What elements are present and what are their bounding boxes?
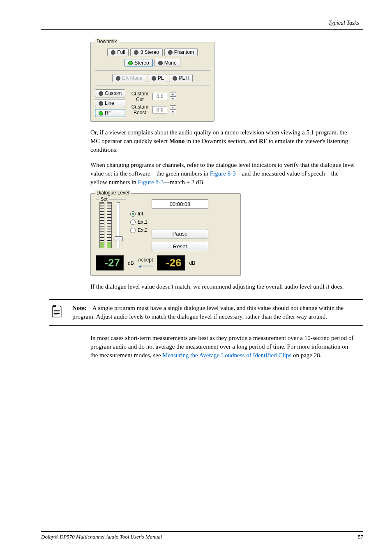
- led-icon: [158, 61, 163, 65]
- paragraph-3: If the dialogue level value doesn't matc…: [90, 282, 355, 291]
- dialogue-set-group: Set: [96, 199, 126, 251]
- custom-cut-label: Custom Cut: [129, 91, 150, 102]
- figure-link[interactable]: Figure 8-3: [138, 179, 164, 185]
- radio-ext2-label: Ext2: [138, 227, 148, 233]
- radio-int[interactable]: Int: [130, 211, 148, 217]
- time-display: 00:00:08: [152, 199, 208, 209]
- accept-button[interactable]: Accept ◂┄┄┄┄: [138, 257, 153, 269]
- slider-thumb-icon: [115, 236, 123, 241]
- footer-rule: [41, 531, 363, 532]
- dialogue-title: Dialogue Level: [95, 190, 131, 196]
- led-icon: [152, 76, 156, 81]
- downmix-line-label: Line: [105, 100, 114, 106]
- downmix-custom-label: Custom: [105, 90, 122, 96]
- downmix-custom-button[interactable]: Custom: [95, 89, 125, 97]
- downmix-exmode-label: EX Mode: [122, 75, 142, 81]
- downmix-stereo-button[interactable]: Stereo: [125, 59, 152, 67]
- text: in the Downmix section, and: [185, 138, 259, 144]
- running-header: Typical Tasks: [41, 20, 363, 26]
- led-icon: [168, 50, 173, 55]
- led-icon: [99, 91, 103, 96]
- text: —match ± 2 dB.: [164, 179, 205, 185]
- radio-icon: [130, 228, 136, 233]
- note-text: A single program must have a single dial…: [72, 305, 344, 320]
- accept-label: Accept: [138, 257, 153, 263]
- led-icon: [99, 111, 103, 116]
- text: on page 28.: [291, 352, 321, 358]
- custom-boost-value[interactable]: 0.0: [152, 106, 167, 113]
- db-label-right: dB: [189, 260, 195, 266]
- reset-button[interactable]: Reset: [152, 242, 208, 251]
- downmix-line-button[interactable]: Line: [95, 99, 125, 107]
- note-label: Note:: [72, 305, 87, 311]
- custom-boost-label: Custom Boost: [129, 104, 150, 116]
- radio-int-label: Int: [138, 211, 143, 217]
- level-meter-2: [107, 202, 112, 248]
- paragraph-4: In most cases short-term measurements ar…: [90, 334, 355, 360]
- led-icon: [173, 76, 177, 81]
- db-label-left: dB: [128, 260, 134, 266]
- led-icon: [99, 101, 103, 106]
- downmix-3stereo-button[interactable]: 3 Stereo: [130, 48, 162, 56]
- up-icon: ▴: [170, 92, 176, 97]
- set-level-readout: -27: [96, 255, 124, 271]
- custom-cut-spinner[interactable]: ▴▾: [170, 92, 176, 101]
- downmix-phantom-label: Phantom: [174, 49, 194, 55]
- svg-rect-0: [53, 305, 56, 307]
- downmix-exmode-button[interactable]: EX Mode: [112, 74, 146, 82]
- pause-button[interactable]: Pause: [152, 229, 208, 238]
- figure-link[interactable]: Figure 8-3: [210, 170, 236, 177]
- downmix-full-button[interactable]: Full: [107, 48, 129, 56]
- led-icon: [111, 50, 115, 55]
- led-icon: [128, 61, 133, 65]
- downmix-plii-label: PL II: [179, 75, 189, 81]
- dialogue-level-panel: Dialogue Level Set Int Ext1 Ext2 00:00:0…: [90, 193, 241, 276]
- arrow-left-icon: ◂┄┄┄┄: [138, 263, 152, 269]
- downmix-pl-button[interactable]: PL: [148, 74, 168, 82]
- downmix-rf-label: RF: [105, 110, 111, 116]
- level-slider[interactable]: [117, 202, 120, 248]
- footer-title: Dolby® DP570 Multichannel Audio Tool Use…: [41, 534, 162, 540]
- downmix-plii-button[interactable]: PL II: [169, 74, 192, 82]
- downmix-phantom-button[interactable]: Phantom: [164, 48, 198, 56]
- down-icon: ▾: [170, 97, 176, 101]
- downmix-stereo-label: Stereo: [134, 60, 149, 66]
- down-icon: ▾: [170, 110, 176, 114]
- radio-icon: [130, 211, 136, 217]
- downmix-panel: Downmix Full 3 Stereo Phantom Stereo Mon…: [90, 42, 214, 122]
- downmix-pl-label: PL: [158, 75, 164, 81]
- page-number: 57: [358, 534, 363, 540]
- up-icon: ▴: [170, 105, 176, 110]
- note-icon: [49, 304, 64, 319]
- dialogue-set-label: Set: [99, 197, 109, 201]
- paragraph-1: Or, if a viewer complains about the audi…: [90, 128, 355, 154]
- bold-rf: RF: [259, 138, 267, 144]
- downmix-rf-button[interactable]: RF: [95, 109, 125, 117]
- downmix-full-label: Full: [117, 49, 125, 55]
- radio-icon: [130, 220, 136, 225]
- note-block: Note: A single program must have a singl…: [49, 299, 363, 326]
- led-icon: [116, 76, 120, 81]
- measured-level-readout: -26: [157, 255, 185, 271]
- radio-ext2[interactable]: Ext2: [130, 227, 148, 233]
- custom-boost-spinner[interactable]: ▴▾: [170, 105, 176, 114]
- page-footer: Dolby® DP570 Multichannel Audio Tool Use…: [41, 528, 363, 540]
- radio-ext1-label: Ext1: [138, 219, 148, 225]
- header-rule: [41, 29, 363, 30]
- bold-mono: Mono: [169, 138, 185, 144]
- downmix-3stereo-label: 3 Stereo: [140, 49, 159, 55]
- downmix-title: Downmix: [95, 39, 118, 44]
- paragraph-2: When changing programs or channels, refe…: [90, 161, 355, 187]
- radio-ext1[interactable]: Ext1: [130, 219, 148, 225]
- level-meter-1: [99, 202, 104, 248]
- downmix-mono-label: Mono: [164, 60, 177, 66]
- measuring-link[interactable]: Measuring the Average Loudness of Identi…: [162, 352, 291, 358]
- downmix-mono-button[interactable]: Mono: [154, 59, 180, 67]
- custom-cut-value[interactable]: 0.0: [152, 93, 167, 100]
- led-icon: [134, 50, 138, 55]
